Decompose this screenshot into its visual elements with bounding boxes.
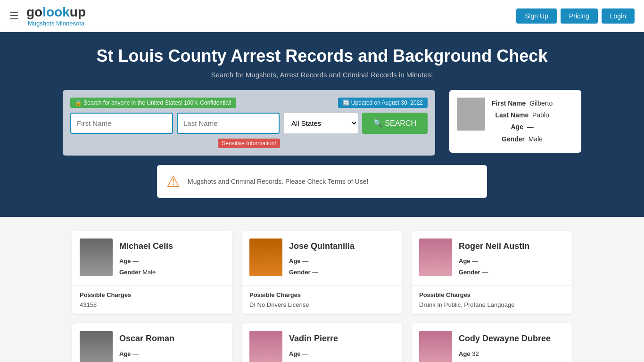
search-info-bar: 🔒 Search for anyone in the United States… (70, 98, 428, 108)
warning-bar: ⚠ Mugshots and Criminal Records. Please … (157, 165, 487, 198)
pricing-button[interactable]: Pricing (561, 8, 598, 24)
record-name: Roger Neil Austin (459, 239, 529, 254)
records-section: Michael Celis Age — Gender Male Possible… (63, 231, 581, 362)
header-left: ☰ golookup Mugshots Minnesota (9, 5, 86, 27)
firstname-value: Gilberto (529, 99, 553, 107)
first-name-input[interactable] (70, 113, 173, 134)
record-age: Age — (119, 255, 173, 266)
record-card-bottom: Possible Charges Drunk In Public, Profan… (412, 286, 572, 314)
header-nav: Sign Up Pricing Login (516, 8, 635, 24)
header: ☰ golookup Mugshots Minnesota Sign Up Pr… (0, 0, 644, 32)
record-info: Michael Celis Age — Gender Male (119, 239, 173, 278)
age-value: — (527, 123, 534, 131)
record-card[interactable]: Roger Neil Austin Age — Gender — Possibl… (412, 231, 572, 314)
record-card[interactable]: Jose Quintanilla Age — Gender — Possible… (242, 231, 402, 314)
logo-go: go (26, 5, 42, 19)
sensitive-badge: Sensitive Information! (218, 139, 280, 148)
warning-text: Mugshots and Criminal Records. Please Ch… (188, 178, 368, 185)
records-grid: Michael Celis Age — Gender Male Possible… (72, 231, 572, 362)
record-name: Oscar Roman (119, 331, 174, 346)
record-card-top: Oscar Roman Age — Gender — (72, 323, 232, 362)
record-name: Jose Quintanilla (289, 239, 355, 254)
record-card-top: Cody Dewayne Dubree Age 32 Gender — (412, 323, 572, 362)
search-container: 🔒 Search for anyone in the United States… (63, 90, 581, 156)
charge-value: 43158 (80, 301, 225, 308)
record-info: Roger Neil Austin Age — Gender — (459, 239, 529, 278)
gender-value: Male (528, 135, 543, 143)
age-label: Age (511, 123, 523, 131)
last-name-input[interactable] (177, 113, 280, 134)
featured-gender: Gender Male (492, 133, 553, 145)
record-gender: Gender — (289, 359, 338, 362)
logo-text: golookup (26, 5, 86, 20)
record-info: Oscar Roman Age — Gender — (119, 331, 174, 362)
featured-person-card: First Name Gilberto Last Name Pablo Age … (449, 90, 581, 153)
charge-value: DI No Drivers License (249, 301, 395, 308)
record-card[interactable]: Oscar Roman Age — Gender — Possible Char… (72, 323, 232, 362)
charges-label: Possible Charges (249, 291, 395, 298)
record-name: Vadin Pierre (289, 331, 338, 346)
hamburger-menu-icon[interactable]: ☰ (9, 10, 19, 22)
charge-value: Drunk In Public, Profane Language (419, 301, 564, 308)
logo-look: look (42, 5, 70, 19)
record-age: Age 32 (459, 348, 551, 359)
record-card-bottom: Possible Charges DI No Drivers License (242, 286, 402, 314)
record-avatar (80, 239, 113, 276)
login-button[interactable]: Login (602, 8, 635, 24)
featured-firstname: First Name Gilberto (492, 98, 553, 109)
gender-label: Gender (502, 135, 525, 143)
logo-subtitle: Mugshots Minnesota (26, 20, 86, 27)
record-card[interactable]: Cody Dewayne Dubree Age 32 Gender — Poss… (412, 323, 572, 362)
warning-icon: ⚠ (166, 173, 180, 190)
hero-section: St Louis County Arrest Records and Backg… (0, 32, 644, 217)
record-card-top: Jose Quintanilla Age — Gender — (242, 231, 402, 285)
lastname-label: Last Name (495, 111, 528, 119)
featured-age: Age — (492, 121, 553, 133)
logo-up: up (70, 5, 86, 19)
search-button[interactable]: 🔍 SEARCH (362, 113, 428, 134)
record-avatar (80, 331, 113, 362)
record-age: Age — (459, 255, 529, 266)
confidential-badge: 🔒 Search for anyone in the United States… (70, 98, 236, 108)
record-info: Vadin Pierre Age — Gender — (289, 331, 338, 362)
featured-person-avatar (457, 98, 485, 131)
featured-lastname: Last Name Pablo (492, 109, 553, 121)
record-name: Cody Dewayne Dubree (459, 331, 551, 346)
record-avatar (249, 239, 282, 276)
record-avatar (419, 331, 452, 362)
hero-subtitle: Search for Mugshots, Arrest Records and … (9, 71, 635, 79)
search-box: 🔒 Search for anyone in the United States… (63, 90, 435, 156)
lastname-value: Pablo (532, 111, 549, 119)
search-inputs: All States 🔍 SEARCH (70, 113, 428, 134)
record-info: Jose Quintanilla Age — Gender — (289, 239, 355, 278)
firstname-label: First Name (492, 99, 526, 107)
signup-button[interactable]: Sign Up (516, 8, 557, 24)
record-age: Age — (119, 348, 174, 359)
record-card[interactable]: Vadin Pierre Age — Gender — Possible Cha… (242, 323, 402, 362)
featured-person-info: First Name Gilberto Last Name Pablo Age … (492, 98, 553, 145)
record-avatar (419, 239, 452, 276)
record-card-top: Michael Celis Age — Gender Male (72, 231, 232, 285)
page-title: St Louis County Arrest Records and Backg… (9, 46, 635, 66)
updated-badge: 🔄 Updated on August 30, 2022 (338, 98, 428, 108)
record-avatar (249, 331, 282, 362)
record-card-bottom: Possible Charges 43158 (72, 286, 232, 314)
record-age: Age — (289, 348, 338, 359)
record-gender: Gender — (289, 267, 355, 278)
record-card-top: Vadin Pierre Age — Gender — (242, 323, 402, 362)
record-gender: Gender — (459, 267, 529, 278)
record-gender: Gender — (459, 359, 551, 362)
record-info: Cody Dewayne Dubree Age 32 Gender — (459, 331, 551, 362)
record-card[interactable]: Michael Celis Age — Gender Male Possible… (72, 231, 232, 314)
logo: golookup Mugshots Minnesota (26, 5, 86, 27)
record-card-top: Roger Neil Austin Age — Gender — (412, 231, 572, 285)
charges-label: Possible Charges (80, 291, 225, 298)
record-gender: Gender Male (119, 267, 173, 278)
record-age: Age — (289, 255, 355, 266)
record-name: Michael Celis (119, 239, 173, 254)
state-select[interactable]: All States (283, 113, 358, 134)
record-gender: Gender — (119, 359, 174, 362)
charges-label: Possible Charges (419, 291, 564, 298)
